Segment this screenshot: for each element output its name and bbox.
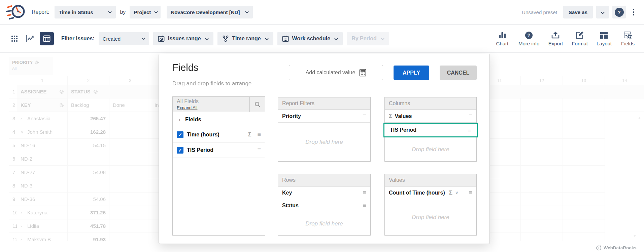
expand-icon[interactable]: › [21,116,24,121]
chevron-down-icon [381,36,384,42]
column-number: 12 [521,76,563,85]
drop-zone[interactable]: Drop field here [278,123,370,161]
format-action-button[interactable]: Format [572,31,588,46]
work-schedule-button[interactable]: Work schedule [277,32,343,45]
grid-view-icon[interactable] [9,33,20,45]
values-title: Values [385,174,476,186]
sigma-icon[interactable]: Σ [449,190,452,196]
expand-icon[interactable]: › [21,223,24,228]
layout-action-button[interactable]: Layout [597,31,612,46]
column-number: 3 [109,76,151,85]
work-schedule-label: Work schedule [292,36,331,42]
checkbox-checked[interactable]: ✓ [177,147,183,154]
row-field-status[interactable]: Status ≡ [278,199,370,212]
drag-handle-icon[interactable]: ≡ [468,127,471,134]
gear-icon[interactable] [59,103,64,108]
project-value: NovaCore Development [ND] [171,9,240,15]
drag-handle-icon[interactable]: ≡ [257,146,261,154]
value-cell: 91.93 [68,233,109,242]
drag-handle-icon[interactable]: ≡ [363,189,366,196]
chart-action-button[interactable]: Chart [495,31,510,46]
search-icon [254,101,261,108]
report-filters-title: Report Filters [278,97,370,110]
filter-issues-label: Filter issues: [61,36,95,42]
chevron-down-icon [265,36,269,42]
time-range-button[interactable]: Time range [217,32,273,45]
chart-action-label: Chart [496,41,509,46]
drag-handle-icon[interactable]: ≡ [363,202,366,209]
assignee-header: ASSIGNEE [21,89,47,94]
export-action-button[interactable]: Export [548,31,563,46]
row-field-key[interactable]: Key ≡ [278,186,370,199]
kebab-icon [633,9,634,10]
chevron-down-icon [141,38,145,40]
fields-action-button[interactable]: Fields [620,31,635,46]
issues-range-button[interactable]: Issues range [153,32,213,45]
scroll-up-icon[interactable]: ▲ [638,116,641,120]
report-label: Report: [32,9,49,15]
values-panel: Values Count of Time (hours) Σ ∨ ≡ Drop … [384,174,477,236]
group-by-select[interactable]: Project [130,6,161,18]
value-cell [68,179,109,193]
column-number: 13 [563,76,605,85]
field-item-tis-period[interactable]: ✓ TIS Period ≡ [173,142,265,158]
collapse-icon[interactable]: ∨ [21,129,24,134]
drag-handle-icon[interactable]: ≡ [257,131,261,138]
gear-icon[interactable] [93,89,98,94]
drag-handle-icon[interactable]: ≡ [469,113,472,120]
value-field-count-of-time[interactable]: Count of Time (hours) Σ ∨ ≡ [385,186,476,199]
by-period-label: By Period [351,36,377,42]
kebab-menu-button[interactable] [629,6,638,18]
chevron-down-icon[interactable]: ∨ [455,190,459,195]
fields-dialog: Fields Drag and drop fields to arrange A… [159,54,490,244]
rows-title: Rows [278,174,370,186]
column-number: 1 [17,76,68,85]
all-fields-panel: All Fields Expand All › Fields ✓ Time (h… [172,96,265,236]
expand-icon[interactable]: › [21,210,24,215]
report-type-select[interactable]: Time in Status [55,6,116,18]
expand-icon[interactable]: › [21,237,24,241]
apply-button[interactable]: APPLY [394,66,429,80]
layout-action-label: Layout [597,41,612,46]
chart-view-icon[interactable] [24,33,36,45]
checkbox-checked[interactable]: ✓ [177,131,183,138]
columns-title: Columns [385,97,476,110]
report-filters-panel: Report Filters Priority ≡ Drop field her… [278,97,371,162]
fields-tree-root[interactable]: › Fields [173,112,265,127]
drop-zone[interactable]: Drop field here [385,199,476,235]
add-calculated-value-button[interactable]: Add calculated value [289,65,383,80]
status-column-label: Backlog [68,98,109,112]
project-select[interactable]: NovaCore Development [ND] [167,6,253,18]
field-item-time-hours[interactable]: ✓ Time (hours) Σ ≡ [173,127,265,142]
priority-filter-chip[interactable]: PRIORITY All [9,57,53,75]
calculator-icon [359,69,366,77]
more-info-action-button[interactable]: ? More info [518,31,540,46]
export-icon [551,31,560,40]
save-as-button[interactable]: Save as [563,6,593,18]
gear-icon[interactable] [59,89,64,94]
save-options-button[interactable] [596,6,609,18]
chevron-down-icon [334,36,338,42]
key-header: KEY [21,102,31,108]
scroll-down-icon[interactable]: ▼ [633,234,637,238]
drop-zone[interactable]: Drop field here [278,212,370,235]
filter-field-priority[interactable]: Priority ≡ [278,110,370,123]
cancel-button[interactable]: CANCEL [440,66,477,80]
help-button[interactable]: ? [612,6,626,18]
drop-zone[interactable]: Drop field here [385,137,476,161]
help-icon: ? [615,8,624,17]
expand-all-link[interactable]: Expand All [177,105,197,110]
drag-handle-icon[interactable]: ≡ [363,113,366,120]
branch-icon [222,35,229,42]
filter-field-select[interactable]: Created [99,32,149,45]
search-button[interactable] [249,97,265,112]
value-cell: 265.47 [68,112,109,125]
format-action-label: Format [572,41,588,46]
table-view-icon[interactable] [40,32,54,45]
column-field-tis-period-highlighted[interactable]: TIS Period ≡ [383,123,478,137]
column-field-values[interactable]: Σ Values ≡ [385,110,476,123]
sigma-icon: Σ [248,132,251,138]
row-label: ND-27 [17,166,68,179]
drag-handle-icon[interactable]: ≡ [469,189,472,196]
export-action-label: Export [548,41,563,46]
